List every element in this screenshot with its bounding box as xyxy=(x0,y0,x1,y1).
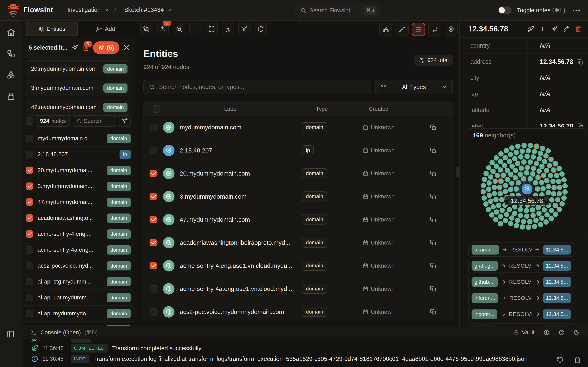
neighbor-node[interactable] xyxy=(525,165,530,170)
neighbor-node[interactable] xyxy=(487,193,492,198)
neighbor-node[interactable] xyxy=(561,177,567,183)
tab-add[interactable]: Add xyxy=(79,23,132,35)
neighbor-node[interactable] xyxy=(509,180,514,186)
neighbor-node[interactable] xyxy=(544,168,549,173)
neighbor-node[interactable] xyxy=(492,191,497,196)
neighbor-node[interactable] xyxy=(521,219,526,224)
neighbor-node[interactable] xyxy=(508,172,514,177)
neighbor-node[interactable] xyxy=(508,187,513,192)
copy-icon[interactable] xyxy=(430,309,436,315)
table-row[interactable]: 47.mydummydomain.com domain Unknown xyxy=(144,208,454,231)
neighbor-node[interactable] xyxy=(508,221,513,226)
neighbor-node[interactable] xyxy=(549,208,554,213)
table-row[interactable]: acme-sentry-4a.eng.use1.vn.cloud.myd... … xyxy=(144,277,454,300)
panel-resize-handle[interactable] xyxy=(456,167,460,177)
neighbor-node[interactable] xyxy=(540,146,545,151)
neighbor-node[interactable] xyxy=(515,144,520,149)
neighbor-node[interactable] xyxy=(536,205,541,210)
table-row[interactable]: acme-sentry-4.eng.use1.vn.cloud.mydu... … xyxy=(144,254,454,277)
neighbor-node[interactable] xyxy=(514,186,519,192)
neighbor-node[interactable] xyxy=(531,166,536,171)
neighbor-node[interactable] xyxy=(537,168,542,174)
relation-row[interactable]: gridlog... RESOLVE... 12.34.5... xyxy=(468,259,574,273)
neighbor-node[interactable] xyxy=(547,163,552,168)
overflow-menu-icon[interactable] xyxy=(573,10,580,11)
row-checkbox[interactable] xyxy=(26,214,33,222)
workflow-icon[interactable] xyxy=(7,50,15,58)
neighbor-node[interactable] xyxy=(504,148,509,153)
neighbor-node[interactable] xyxy=(542,159,547,164)
neighbor-node[interactable] xyxy=(553,212,558,217)
neighbor-node[interactable] xyxy=(500,208,505,213)
neighbor-node[interactable] xyxy=(505,177,510,182)
row-checkbox[interactable] xyxy=(150,193,157,200)
row-checkbox[interactable] xyxy=(150,262,157,269)
neighbor-node[interactable] xyxy=(549,197,554,202)
row-checkbox[interactable] xyxy=(150,147,157,154)
copy-icon[interactable] xyxy=(430,217,436,223)
view-list-button[interactable] xyxy=(412,23,425,36)
copy-icon[interactable] xyxy=(577,59,583,65)
neighbor-node[interactable] xyxy=(521,176,526,182)
column-created[interactable]: Created xyxy=(345,106,412,112)
neighbor-node[interactable] xyxy=(556,207,562,212)
neighbor-node[interactable] xyxy=(537,156,542,161)
relation-row[interactable]: image... RESOLVE... 12.34.5... xyxy=(468,323,574,326)
neighbors-graph[interactable]: 12.34.56.78 xyxy=(468,138,586,234)
neighbor-node[interactable] xyxy=(554,173,559,178)
console-bar[interactable]: Console (Open) (⌘D) Vault xyxy=(23,326,588,339)
row-checkbox[interactable] xyxy=(150,170,157,177)
row-checkbox[interactable] xyxy=(150,124,157,131)
neighbor-node[interactable] xyxy=(531,154,536,160)
neighbor-node[interactable] xyxy=(541,173,546,178)
neighbor-node[interactable] xyxy=(530,207,535,212)
nav-investigation[interactable]: Investigation xyxy=(68,7,109,13)
table-row[interactable]: 2.18.48.207 ip Unknown xyxy=(144,139,454,162)
type-filter-select[interactable]: All Types xyxy=(375,80,453,94)
view-swap-button[interactable] xyxy=(428,23,441,36)
home-icon[interactable] xyxy=(7,28,15,37)
neighbor-node[interactable] xyxy=(503,183,508,188)
tab-entities[interactable]: Entities xyxy=(25,22,78,36)
shapes-icon[interactable] xyxy=(7,71,15,79)
nav-sketch[interactable]: Sketch #13434 xyxy=(124,7,172,13)
neighbor-node[interactable] xyxy=(556,191,562,197)
global-search[interactable]: Search Flowsint ⌘ J xyxy=(295,3,380,18)
neighbor-node[interactable] xyxy=(534,144,539,149)
neighbor-node[interactable] xyxy=(490,169,496,174)
neighbor-node[interactable] xyxy=(486,207,491,212)
neighbor-node[interactable] xyxy=(516,180,521,185)
neighbor-node[interactable] xyxy=(493,217,499,222)
neighbor-node[interactable] xyxy=(555,197,560,202)
neighbor-node[interactable] xyxy=(498,221,503,226)
neighbor-node[interactable] xyxy=(539,164,545,169)
table-row[interactable]: mydummydomain.com domain Unknown xyxy=(144,116,454,139)
neighbor-node[interactable] xyxy=(482,177,487,182)
relation-row[interactable]: akamai... RESOLVE... 12.34.5... xyxy=(468,242,574,257)
neighbor-node[interactable] xyxy=(533,218,538,223)
neighbor-node[interactable] xyxy=(524,154,530,159)
copy-icon[interactable] xyxy=(430,124,436,130)
notes-toggle[interactable] xyxy=(498,7,511,14)
launch-transform-button[interactable]: (5) xyxy=(93,42,119,54)
neighbor-node[interactable] xyxy=(540,186,546,191)
edit-button[interactable] xyxy=(563,26,570,32)
neighbor-node[interactable] xyxy=(544,212,550,217)
entity-list-item[interactable]: domain xyxy=(23,322,134,326)
neighbor-node[interactable] xyxy=(499,197,505,202)
entity-list-item[interactable]: 2.18.48.207 ip xyxy=(23,147,134,162)
neighbor-node[interactable] xyxy=(486,165,491,170)
neighbor-node[interactable] xyxy=(548,157,554,162)
copy-icon[interactable] xyxy=(430,240,436,246)
neighbor-node[interactable] xyxy=(497,185,503,190)
neighbor-node[interactable] xyxy=(530,213,536,218)
neighbor-node[interactable] xyxy=(556,179,562,184)
entity-list-item[interactable]: academiawashingto... domain xyxy=(23,210,134,226)
neighbor-node[interactable] xyxy=(513,168,518,173)
neighbor-node[interactable] xyxy=(505,167,510,173)
sidebar-search[interactable] xyxy=(73,115,116,127)
row-checkbox[interactable] xyxy=(26,310,33,317)
neighbor-node[interactable] xyxy=(530,171,536,176)
neighbor-node[interactable] xyxy=(486,187,491,192)
neighbor-node[interactable] xyxy=(498,178,504,184)
